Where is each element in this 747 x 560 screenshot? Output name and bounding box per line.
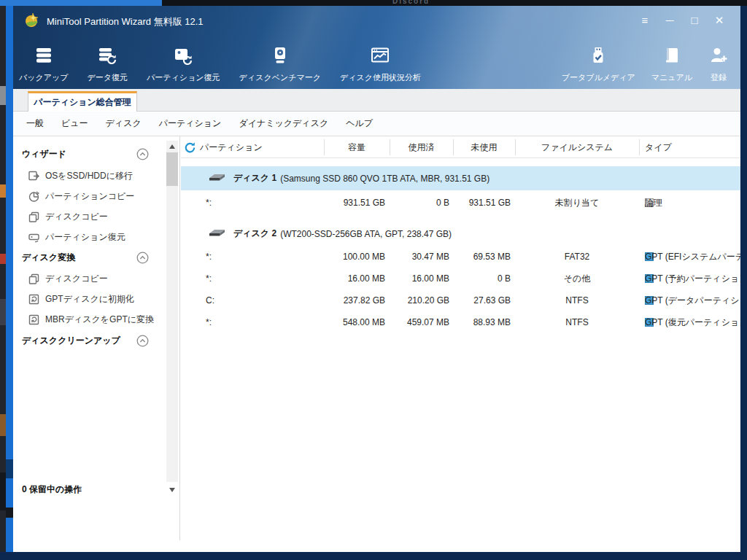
window-right-border [740, 6, 747, 552]
disk-benchmark-button[interactable]: ディスクベンチマーク [239, 45, 321, 83]
desktop-sliver [0, 6, 6, 560]
background-fragment [6, 508, 13, 518]
menu-disk[interactable]: ディスク [97, 117, 150, 130]
menu-dynamic-disk[interactable]: ダイナミックディスク [230, 117, 337, 130]
pending-operations-label: 0 保留中の操作 [22, 483, 82, 496]
scroll-up-icon[interactable] [169, 144, 175, 149]
desktop-icon-fragment [0, 184, 6, 198]
partition-restore-icon [28, 231, 40, 244]
register-button[interactable]: 登録 [708, 45, 729, 83]
maximize-icon[interactable]: □ [686, 13, 703, 28]
partition-recovery-button[interactable]: パーティション復元 [147, 45, 220, 83]
app-window: MiniTool Partition Wizard 無料版 12.1 ≡ ─ □… [13, 6, 740, 552]
bootable-media-button[interactable]: ブータブルメディア [562, 45, 635, 83]
sidebar-item-disk-copy[interactable]: ディスクコピー [13, 208, 165, 225]
collapse-icon[interactable] [136, 252, 149, 267]
sidebar-item-init-gpt[interactable]: GPTディスクに初期化 [13, 290, 165, 308]
partition-copy-icon [28, 190, 40, 203]
os-migrate-icon [28, 170, 40, 182]
scroll-down-icon[interactable] [169, 488, 175, 492]
sidebar-item-partition-copy[interactable]: パーティションコピー [13, 187, 165, 205]
partition-table: パーティション 容量 使用済 未使用 ファイルシステム タイプ ディスク 1 (… [181, 136, 740, 540]
partition-row[interactable]: *: 16.00 MB 16.00 MB 0 B その他 GPT (予約パーティ… [181, 268, 740, 289]
toolbar-right: ブータブルメディア マニュアル 登録 [562, 45, 729, 83]
partition-recovery-icon [173, 45, 193, 69]
disk-copy-icon [28, 273, 40, 285]
toolbar-left: バックアップ データ復元 [19, 45, 421, 83]
disk-copy-icon [28, 211, 40, 223]
desktop-icon-fragment [0, 299, 6, 325]
partition-row[interactable]: *: 931.51 GB 0 B 931.51 GB 未割り当て 論理 [181, 192, 740, 214]
refresh-icon[interactable] [184, 141, 196, 156]
background-blue-bar [0, 0, 162, 6]
window-controls: ≡ ─ □ ✕ [637, 13, 727, 28]
titlebar: MiniTool Partition Wizard 無料版 12.1 ≡ ─ □… [13, 6, 740, 89]
disk-icon [207, 173, 226, 184]
disk-group-row[interactable]: ディスク 2 (WT200-SSD-256GB ATA, GPT, 238.47… [181, 222, 740, 246]
backup-icon [34, 45, 54, 69]
backup-button[interactable]: バックアップ [19, 45, 69, 83]
window-title: MiniTool Partition Wizard 無料版 12.1 [47, 15, 204, 28]
window-bottom-border [0, 552, 747, 560]
col-partition[interactable]: パーティション [200, 136, 263, 158]
background-window-strip: Discord [0, 0, 747, 6]
sidebar-item-mbr-to-gpt[interactable]: MBRディスクをGPTに変換 [13, 311, 165, 328]
partition-row[interactable]: *: 100.00 MB 30.47 MB 69.53 MB FAT32 GPT… [181, 246, 740, 268]
close-icon[interactable]: ✕ [711, 13, 727, 28]
desktop-icon-fragment [0, 86, 6, 105]
desktop-icon-fragment [0, 472, 6, 510]
disk-usage-icon [370, 45, 390, 69]
content-area: ウィザード OSをSSD/HDDに移行 パーティションコピー ディスクコピー [13, 136, 740, 540]
disk-icon [207, 228, 226, 240]
col-capacity[interactable]: 容量 [324, 136, 390, 158]
disk-group-row[interactable]: ディスク 1 (Samsung SSD 860 QVO 1TB ATA, MBR… [181, 166, 740, 190]
background-discord-title: Discord [392, 0, 430, 5]
menu-view[interactable]: ビュー [53, 117, 97, 130]
manual-icon [662, 45, 682, 69]
background-fragment [6, 459, 13, 478]
desktop-icon-fragment [0, 254, 6, 264]
sidebar-item-disk-copy-2[interactable]: ディスクコピー [13, 270, 165, 287]
sidebar-section-disk-cleanup[interactable]: ディスククリーンアップ [13, 332, 165, 349]
menu-help[interactable]: ヘルプ [337, 117, 382, 130]
mbr-to-gpt-icon [28, 314, 40, 326]
data-recovery-icon [97, 45, 117, 69]
table-header: パーティション 容量 使用済 未使用 ファイルシステム タイプ [181, 136, 740, 158]
disk-usage-button[interactable]: ディスク使用状況分析 [340, 45, 421, 83]
minimize-icon[interactable]: ─ [662, 13, 678, 28]
partition-row[interactable]: C: 237.82 GB 210.20 GB 27.63 GB NTFS GPT… [181, 289, 740, 311]
menu-general[interactable]: 一般 [18, 117, 53, 130]
background-blue-strip [6, 6, 13, 560]
partition-row[interactable]: *: 548.00 MB 459.07 MB 88.93 MB NTFS GPT… [181, 311, 740, 333]
col-filesystem[interactable]: ファイルシステム [515, 136, 639, 158]
register-icon [708, 45, 729, 69]
init-gpt-icon [28, 293, 40, 306]
desktop-icon-fragment [0, 414, 6, 436]
sidebar-scrollbar[interactable] [166, 141, 178, 482]
sidebar-section-disk-convert[interactable]: ディスク変換 [13, 249, 165, 266]
menu-icon[interactable]: ≡ [637, 13, 653, 28]
col-unused[interactable]: 未使用 [453, 136, 515, 158]
scrollbar-thumb[interactable] [166, 152, 178, 186]
sidebar-item-migrate-os[interactable]: OSをSSD/HDDに移行 [13, 167, 165, 184]
menu-partition[interactable]: パーティション [150, 117, 231, 130]
bootable-media-icon [588, 45, 608, 69]
app-logo-icon [23, 12, 41, 32]
sidebar: ウィザード OSをSSD/HDDに移行 パーティションコピー ディスクコピー [13, 136, 180, 540]
data-recovery-button[interactable]: データ復元 [88, 45, 128, 83]
collapse-icon[interactable] [136, 335, 149, 350]
tab-partition-management[interactable]: パーティション総合管理 [28, 91, 137, 112]
sidebar-section-wizard[interactable]: ウィザード [13, 145, 165, 163]
menu-bar: 一般 ビュー ディスク パーティション ダイナミックディスク ヘルプ [13, 112, 740, 136]
disk-benchmark-icon [270, 45, 290, 69]
col-type[interactable]: タイプ [645, 136, 672, 158]
col-used[interactable]: 使用済 [390, 136, 453, 158]
sidebar-item-partition-restore[interactable]: パーティション復元 [13, 228, 165, 246]
tab-bar: パーティション総合管理 [13, 89, 740, 112]
screen: Discord MiniTool Partition Wizard 無料版 12… [0, 0, 747, 560]
collapse-icon[interactable] [136, 148, 149, 163]
manual-button[interactable]: マニュアル [651, 45, 692, 83]
